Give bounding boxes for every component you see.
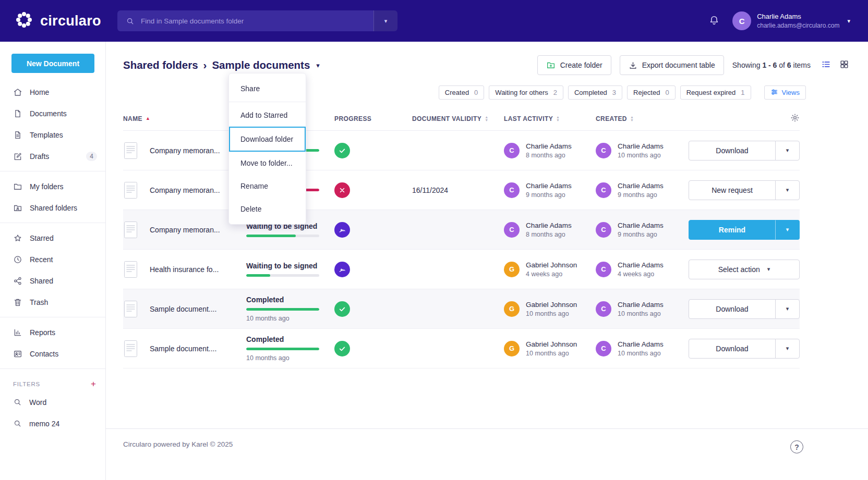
avatar: G bbox=[504, 301, 520, 317]
user-email: charlie.adams@circularo.com bbox=[757, 21, 839, 30]
table-row[interactable]: Sample document.... Completed 10 months … bbox=[123, 329, 800, 368]
document-name: Sample document.... bbox=[150, 344, 216, 353]
draft-icon bbox=[13, 152, 22, 161]
menu-item-download-folder[interactable]: Download folder bbox=[229, 127, 306, 152]
expired-cross-icon bbox=[334, 182, 350, 198]
sidebar-item-label: Recent bbox=[30, 255, 53, 264]
breadcrumb-separator: › bbox=[203, 59, 207, 71]
avatar: C bbox=[596, 341, 611, 356]
user-name: Charlie Adams bbox=[757, 12, 839, 21]
add-filter-button[interactable]: + bbox=[91, 379, 96, 388]
column-header-last-activity[interactable]: LAST ACTIVITY▲▼ bbox=[504, 115, 596, 122]
completed-check-icon bbox=[334, 341, 350, 356]
sort-icons: ▲▼ bbox=[630, 116, 634, 122]
contacts-icon bbox=[13, 349, 22, 359]
person-name: Charlie Adams bbox=[618, 261, 664, 269]
sidebar-divider bbox=[0, 368, 105, 369]
person-time: 10 months ago bbox=[526, 310, 577, 317]
action-dropdown-button[interactable]: ▾ bbox=[775, 220, 800, 240]
sidebar-item-shared[interactable]: Shared bbox=[0, 270, 105, 291]
views-button[interactable]: Views bbox=[764, 85, 806, 100]
sidebar-item-label: My folders bbox=[30, 182, 64, 191]
person-name: Charlie Adams bbox=[618, 301, 664, 309]
menu-item-add-to-starred[interactable]: Add to Starred bbox=[229, 104, 306, 127]
sidebar-item-my-folders[interactable]: My folders bbox=[0, 176, 105, 197]
chevron-down-icon: ▾ bbox=[767, 266, 770, 273]
brand-logo[interactable]: circularo bbox=[0, 9, 117, 32]
avatar: C bbox=[596, 222, 611, 238]
menu-item-delete[interactable]: Delete bbox=[229, 198, 306, 220]
folder-icon bbox=[13, 182, 22, 191]
sidebar-item-trash[interactable]: Trash bbox=[0, 291, 105, 313]
user-menu[interactable]: C Charlie Adams charlie.adams@circularo.… bbox=[732, 11, 850, 30]
table-row[interactable]: Health insurance fo... Waiting to be sig… bbox=[123, 250, 800, 289]
sidebar-filter-word[interactable]: Word bbox=[0, 391, 105, 413]
table-row[interactable]: Sample document.... Completed 10 months … bbox=[123, 289, 800, 329]
breadcrumb-parent[interactable]: Shared folders bbox=[123, 59, 198, 71]
menu-item-rename[interactable]: Rename bbox=[229, 175, 306, 198]
table-settings-gear-icon[interactable] bbox=[790, 113, 800, 124]
sidebar-item-reports[interactable]: Reports bbox=[0, 322, 105, 343]
person-name: Charlie Adams bbox=[618, 182, 664, 190]
chip-created[interactable]: Created0 bbox=[439, 85, 484, 100]
user-menu-caret-icon: ▾ bbox=[847, 18, 850, 24]
person-name: Charlie Adams bbox=[618, 340, 664, 348]
avatar: C bbox=[504, 182, 520, 198]
table-row[interactable]: Company memoran... 16/11/2024 C Charlie … bbox=[123, 170, 800, 210]
search-input[interactable] bbox=[141, 17, 373, 25]
sidebar-item-recent[interactable]: Recent bbox=[0, 249, 105, 270]
sidebar-item-drafts[interactable]: Drafts 4 bbox=[0, 145, 105, 167]
chip-waiting-for-others[interactable]: Waiting for others2 bbox=[489, 85, 563, 100]
progress-bar bbox=[246, 235, 319, 237]
status-text: Completed bbox=[246, 296, 284, 304]
sidebar-filter-memo-24[interactable]: memo 24 bbox=[0, 413, 105, 434]
menu-item-move-to-folder[interactable]: Move to folder... bbox=[229, 152, 306, 175]
status-text: Completed bbox=[246, 335, 284, 343]
search-icon bbox=[13, 398, 22, 407]
action-dropdown-button[interactable]: ▾ bbox=[775, 339, 800, 359]
action-dropdown-button[interactable]: ▾ bbox=[775, 180, 800, 200]
new-request-button[interactable]: New request bbox=[689, 180, 776, 200]
table-row[interactable]: Company memoran... Waiting to be signed … bbox=[123, 210, 800, 250]
sidebar-item-contacts[interactable]: Contacts bbox=[0, 343, 105, 364]
sidebar-divider bbox=[0, 317, 105, 317]
select-action-button[interactable]: Select action▾ bbox=[689, 260, 800, 279]
sidebar-item-templates[interactable]: Templates bbox=[0, 124, 105, 145]
list-view-icon[interactable] bbox=[821, 59, 831, 71]
sidebar-item-shared-folders[interactable]: Shared folders bbox=[0, 197, 105, 218]
action-dropdown-button[interactable]: ▾ bbox=[775, 299, 800, 319]
progress-bar bbox=[246, 308, 319, 311]
column-header-name[interactable]: NAME▲ bbox=[123, 115, 246, 122]
chip-rejected[interactable]: Rejected0 bbox=[627, 85, 676, 100]
chip-request-expired[interactable]: Request expired1 bbox=[680, 85, 751, 100]
sidebar-item-documents[interactable]: Documents bbox=[0, 103, 105, 124]
notifications-bell-icon[interactable] bbox=[708, 15, 720, 28]
grid-view-icon[interactable] bbox=[839, 59, 849, 71]
column-header-created[interactable]: CREATED▲▼ bbox=[596, 115, 689, 122]
help-icon[interactable]: ? bbox=[790, 440, 803, 453]
clock-icon bbox=[13, 255, 22, 264]
download-button[interactable]: Download bbox=[689, 299, 776, 319]
table-row[interactable]: Company memoran... C Charlie Adams 8 mon… bbox=[123, 131, 800, 170]
status-filter-chips: Created0 Waiting for others2 Completed3 … bbox=[106, 75, 868, 100]
download-button[interactable]: Download bbox=[689, 339, 776, 359]
download-button[interactable]: Download bbox=[689, 141, 776, 161]
person-time: 9 months ago bbox=[526, 191, 572, 199]
document-name: Company memoran... bbox=[150, 146, 220, 155]
action-dropdown-button[interactable]: ▾ bbox=[775, 141, 800, 161]
folder-menu-caret-icon[interactable]: ▾ bbox=[316, 61, 320, 69]
create-folder-button[interactable]: Create folder bbox=[537, 55, 611, 75]
chip-completed[interactable]: Completed3 bbox=[568, 85, 622, 100]
person-time: 8 months ago bbox=[526, 152, 572, 159]
document-thumbnail-icon bbox=[124, 340, 137, 357]
column-header-document-validity[interactable]: DOCUMENT VALIDITY▲▼ bbox=[412, 115, 504, 122]
sidebar-item-starred[interactable]: Starred bbox=[0, 227, 105, 249]
menu-item-share[interactable]: Share bbox=[229, 77, 306, 100]
sidebar-item-label: Drafts bbox=[30, 152, 49, 161]
sort-icons: ▲▼ bbox=[556, 116, 560, 122]
remind-button[interactable]: Remind bbox=[689, 220, 776, 240]
search-scope-dropdown-button[interactable]: ▾ bbox=[373, 10, 397, 31]
export-document-table-button[interactable]: Export document table bbox=[620, 55, 724, 75]
sidebar-item-home[interactable]: Home bbox=[0, 81, 105, 103]
new-document-button[interactable]: New Document bbox=[11, 54, 94, 73]
